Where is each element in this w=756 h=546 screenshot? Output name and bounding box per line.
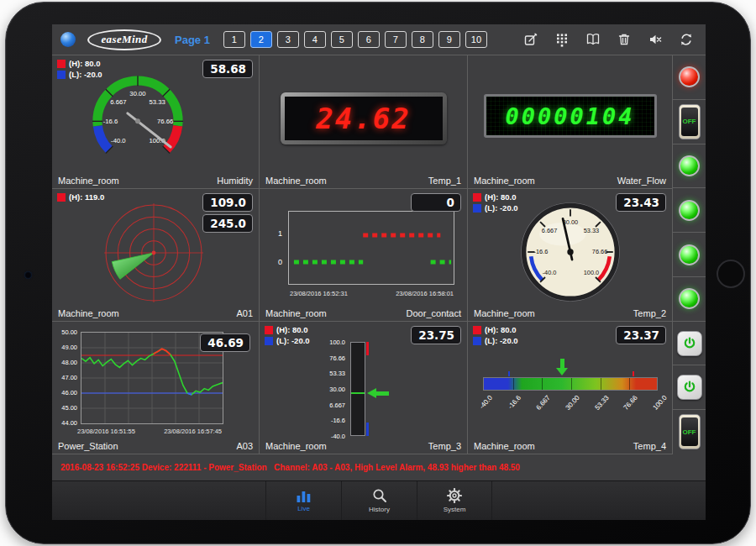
widget-temp1-lcd[interactable]: 24.62 Machine_roomTemp_1	[260, 55, 468, 189]
svg-text:6.667: 6.667	[542, 227, 557, 234]
power-button[interactable]	[677, 331, 702, 356]
high-limit-swatch	[473, 326, 481, 334]
alarm-bar: 2016-08-23 16:52:25 Device: 222111 - Pow…	[52, 454, 706, 480]
page-button-3[interactable]: 3	[277, 31, 299, 48]
y-axis-label: 46.00	[54, 389, 77, 396]
high-limit-label: (H): 80.0	[69, 59, 100, 68]
page-button-8[interactable]: 8	[412, 31, 433, 48]
widget-temp2-gauge[interactable]: (H): 80.0 (L): -20.0 23.43	[468, 189, 673, 322]
widget-a01-radar[interactable]: (H): 119.0 109.0 245.0 Machine_ro	[52, 189, 260, 322]
power-button[interactable]	[677, 375, 702, 400]
tab-label: History	[369, 506, 390, 513]
trash-icon[interactable]	[617, 32, 632, 47]
bottom-nav: Live History	[52, 480, 706, 520]
page-button-7[interactable]: 7	[385, 31, 407, 48]
channel-label: Water_Flow	[617, 176, 666, 186]
status-lamp-green	[679, 200, 700, 221]
widget-temp4-bar[interactable]: (H): 80.0 (L): -20.0 23.37 -40.0 -16.6 6…	[468, 322, 673, 454]
value-display: 23.43	[616, 193, 666, 212]
value-display: 23.75	[411, 326, 461, 344]
svg-text:76.66: 76.66	[157, 118, 173, 125]
device-label: Machine_room	[474, 176, 535, 186]
channel-label: Door_contact	[407, 308, 461, 318]
scale-label: 30.00	[564, 394, 581, 412]
device-label: Machine_room	[474, 441, 535, 451]
device-label: Machine_room	[265, 441, 327, 451]
low-limit-label: (L): -20.0	[69, 70, 102, 79]
high-limit-swatch	[265, 326, 273, 334]
y-axis-label: 44.00	[54, 419, 77, 427]
easemind-logo: easeMind	[87, 29, 161, 50]
page-button-4[interactable]: 4	[304, 31, 326, 48]
page-button-6[interactable]: 6	[358, 31, 380, 48]
page-button-10[interactable]: 10	[465, 31, 487, 48]
y-axis-label: 50.00	[54, 328, 77, 336]
low-limit-swatch	[265, 337, 273, 345]
refresh-icon[interactable]	[679, 32, 694, 47]
value-display: 46.69	[200, 333, 250, 352]
alarm-message: 2016-08-23 16:52:25 Device: 222111 - Pow…	[60, 463, 520, 472]
time-start-label: 23/08/2016 16:51:55	[77, 428, 135, 435]
rocker-switch[interactable]: OFF	[679, 414, 701, 449]
high-limit-marker	[633, 371, 634, 376]
value-pointer-arrow	[367, 388, 389, 398]
y-axis-label: 49.00	[54, 344, 77, 351]
device-label: Power_Station	[58, 441, 118, 451]
widget-temp3-bar[interactable]: (H): 80.0 (L): -20.0 23.75 100.0 76.66 5…	[260, 322, 468, 454]
tab-system[interactable]: System	[417, 481, 492, 520]
status-lamp-green	[679, 155, 700, 176]
value-display: 23.37	[616, 326, 666, 344]
value-display: 0	[411, 193, 461, 212]
edit-compose-icon[interactable]	[523, 32, 538, 47]
device-label: Machine_room	[265, 176, 327, 186]
svg-text:-40.0: -40.0	[111, 137, 126, 144]
book-icon[interactable]	[585, 32, 601, 47]
a03-high-segment	[154, 349, 171, 354]
low-limit-label: (L): -20.0	[485, 336, 518, 345]
indicator-column: OFF OFF	[673, 55, 706, 454]
status-ball-icon	[60, 32, 76, 47]
lcd-bezel: 24.62	[281, 92, 447, 144]
widget-grid: (H): 80.0 (L): -20.0 58.68 -40.0	[52, 55, 673, 454]
widget-waterflow-counter[interactable]: 00000104 Machine_roomWater_Flow	[468, 55, 673, 189]
page-button-1[interactable]: 1	[223, 31, 245, 48]
high-limit-swatch	[57, 193, 66, 202]
logo-text: easeMind	[101, 33, 147, 46]
time-start-label: 23/08/2016 16:52:31	[290, 290, 348, 297]
channel-label: Humidity	[217, 176, 253, 186]
switch-state-label: OFF	[683, 118, 696, 125]
y-tick-label: 0	[278, 258, 282, 266]
scale-label: -16.6	[312, 417, 345, 424]
keypad-icon[interactable]	[554, 32, 570, 47]
mute-speaker-icon[interactable]	[648, 32, 663, 47]
page-button-5[interactable]: 5	[331, 31, 353, 48]
tab-live[interactable]: Live	[265, 481, 341, 520]
page-button-2[interactable]: 2	[250, 31, 272, 48]
scale-label: 6.667	[535, 394, 552, 412]
device-label: Machine_room	[474, 308, 535, 318]
scale-label: 100.0	[312, 339, 345, 346]
widget-doorcontact-chart[interactable]: 0 1 0 23/08/2016 16:52:31 23/08/2016 16:…	[260, 189, 468, 322]
rocker-switch[interactable]: OFF	[679, 104, 701, 139]
home-button[interactable]	[717, 260, 745, 288]
high-limit-marker	[366, 342, 369, 355]
value-pointer-arrow	[556, 359, 568, 375]
vertical-bar-track	[350, 342, 365, 436]
tab-history[interactable]: History	[341, 481, 417, 520]
widget-a03-trend[interactable]: 50.00 49.00 48.00 47.00 46.00 45.00 44.0…	[52, 322, 260, 454]
svg-text:-16.6: -16.6	[534, 248, 549, 255]
status-lamp-green	[679, 244, 700, 265]
toolbar: easeMind Page 1 1 2 3 4 5 6 7 8 9 10	[52, 24, 706, 55]
status-lamp-green	[679, 288, 700, 309]
high-limit-label: (H): 80.0	[485, 325, 516, 334]
value-displays: 109.0 245.0	[202, 193, 253, 233]
high-limit-swatch	[57, 60, 66, 68]
low-limit-swatch	[473, 204, 481, 213]
search-icon	[372, 488, 387, 503]
scale-label: 53.33	[593, 394, 610, 412]
alarm-legend: (H): 80.0 (L): -20.0	[473, 192, 518, 214]
svg-text:-40.0: -40.0	[543, 269, 557, 276]
widget-humidity-gauge[interactable]: (H): 80.0 (L): -20.0 58.68 -40.0	[52, 55, 260, 189]
high-limit-label: (H): 119.0	[69, 192, 104, 202]
page-button-9[interactable]: 9	[438, 31, 460, 48]
